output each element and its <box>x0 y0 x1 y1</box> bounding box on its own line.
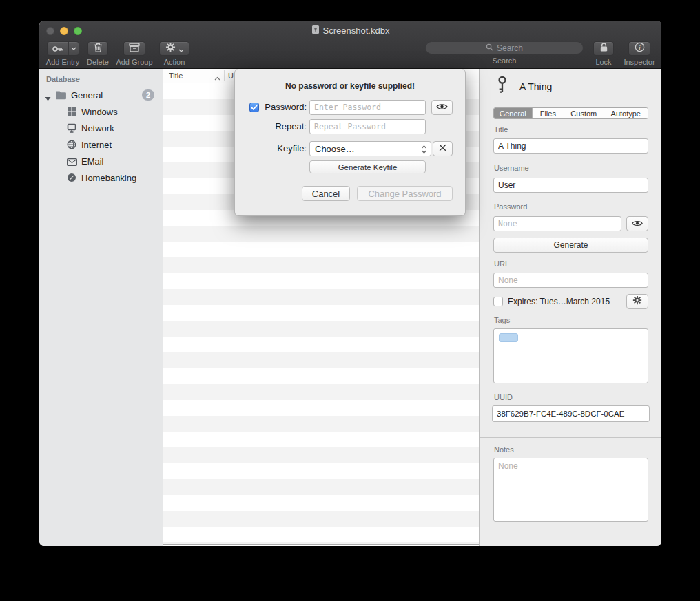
sidebar-header: Database <box>46 75 80 83</box>
sidebar-item-internet[interactable]: Internet <box>39 136 163 153</box>
toolbar-item-add-group: Add Group <box>114 41 154 66</box>
keyfile-dropdown[interactable]: Choose… <box>309 141 431 156</box>
eye-icon <box>436 101 448 114</box>
add-entry-dropdown-arrow[interactable] <box>69 42 79 55</box>
titlebar[interactable]: Screenshot.kdbx <box>39 21 661 41</box>
zoom-button[interactable] <box>74 27 82 35</box>
email-envelope-icon <box>67 158 77 168</box>
document-proxy-icon <box>311 25 320 36</box>
tab-general[interactable]: General <box>494 108 533 118</box>
tags-box[interactable] <box>493 328 648 383</box>
clear-keyfile-button[interactable] <box>433 141 453 156</box>
dialog-password-input[interactable] <box>309 100 426 115</box>
dialog-reveal-password-button[interactable] <box>431 100 453 115</box>
toolbar: Add Entry Delete <box>39 41 661 69</box>
expires-checkbox[interactable] <box>493 297 503 306</box>
expires-settings-button[interactable] <box>626 294 648 309</box>
search-input[interactable]: Search <box>425 41 584 54</box>
tag-chip[interactable] <box>499 333 518 342</box>
lock-button[interactable] <box>593 41 614 56</box>
change-password-button[interactable]: Change Password <box>357 186 453 201</box>
username-field-label: Username <box>494 164 529 172</box>
gear-icon <box>165 42 176 55</box>
sidebar-item-label: Homebanking <box>81 173 136 183</box>
generate-keyfile-button[interactable]: Generate Keyfile <box>309 160 426 173</box>
title-field[interactable] <box>493 138 648 154</box>
toolbar-item-action: Action <box>158 41 190 66</box>
add-entry-key-icon <box>48 42 69 55</box>
url-field[interactable] <box>493 273 648 288</box>
action-button[interactable] <box>159 41 189 56</box>
action-dropdown-arrow[interactable] <box>178 43 184 55</box>
action-label: Action <box>164 58 185 66</box>
group-box-icon <box>129 43 140 55</box>
network-icon <box>67 123 76 135</box>
toolbar-item-delete: Delete <box>85 41 110 66</box>
homebanking-coin-icon <box>67 173 76 184</box>
url-field-label: URL <box>494 260 509 268</box>
title-field-label: Title <box>494 125 508 134</box>
entry-title: A Thing <box>519 81 552 92</box>
sort-ascending-icon[interactable] <box>214 74 220 82</box>
delete-label: Delete <box>87 58 109 66</box>
key-icon <box>495 76 510 97</box>
sidebar-item-label: EMail <box>81 156 104 167</box>
change-password-dialog: No password or keyfile supplied! Passwor… <box>234 69 466 216</box>
password-field[interactable] <box>493 216 621 231</box>
stepper-arrows-icon <box>421 145 427 156</box>
dialog-password-label: Password: <box>235 100 307 115</box>
trash-icon <box>94 42 103 55</box>
tab-files[interactable]: Files <box>533 108 565 118</box>
reveal-password-button[interactable] <box>626 216 648 231</box>
toolbar-item-lock: Lock <box>591 41 616 66</box>
sidebar-item-label: Internet <box>81 140 112 150</box>
sidebar-group-label: General <box>71 90 103 101</box>
uuid-field[interactable] <box>492 405 650 422</box>
sidebar-item-network[interactable]: Network <box>39 120 163 136</box>
inspector-label: Inspector <box>624 58 655 66</box>
lock-label: Lock <box>595 58 611 66</box>
column-header-username[interactable]: U <box>228 72 234 80</box>
sidebar-item-email[interactable]: EMail <box>39 153 163 169</box>
disclosure-triangle-icon[interactable] <box>45 93 51 103</box>
dialog-repeat-label: Repeat: <box>235 119 307 134</box>
username-field[interactable] <box>493 178 648 193</box>
add-group-button[interactable] <box>123 41 145 56</box>
tab-custom[interactable]: Custom <box>564 108 604 118</box>
uuid-label: UUID <box>494 393 513 401</box>
close-button[interactable] <box>46 27 54 35</box>
tab-autotype[interactable]: Autotype <box>604 108 648 118</box>
dialog-repeat-input[interactable] <box>309 119 426 134</box>
toolbar-item-inspector: i Inspector <box>622 41 657 66</box>
password-field-label: Password <box>494 202 527 211</box>
notes-field[interactable] <box>493 458 648 522</box>
inspector-button[interactable]: i <box>628 41 650 56</box>
generate-password-button[interactable]: Generate <box>493 238 648 253</box>
minimize-button[interactable] <box>60 27 68 35</box>
sidebar-item-windows[interactable]: Windows <box>39 103 163 120</box>
gear-icon <box>632 295 642 308</box>
app-window: Screenshot.kdbx Add Entry <box>39 21 661 546</box>
sidebar-item-homebanking[interactable]: Homebanking <box>39 169 163 186</box>
add-entry-button[interactable] <box>47 41 79 56</box>
close-x-icon <box>438 143 447 155</box>
dialog-keyfile-label: Keyfile: <box>235 141 307 156</box>
internet-globe-icon <box>67 140 76 151</box>
toolbar-item-add-entry: Add Entry <box>45 41 80 66</box>
column-header-title[interactable]: Title <box>169 72 183 80</box>
inspector-tabs: General Files Custom Autotype <box>493 107 648 119</box>
sidebar-group-general[interactable]: General 2 <box>39 87 163 103</box>
sidebar: Database General 2 Windows <box>39 69 163 546</box>
search-icon <box>486 43 493 53</box>
delete-button[interactable] <box>88 41 108 56</box>
sidebar-item-label: Network <box>81 123 114 134</box>
search-label: Search <box>493 56 517 65</box>
dialog-message: No password or keyfile supplied! <box>235 81 465 91</box>
tags-label: Tags <box>494 316 510 324</box>
add-entry-label: Add Entry <box>46 58 79 66</box>
column-divider[interactable] <box>224 70 225 81</box>
window-title: Screenshot.kdbx <box>323 25 390 36</box>
cancel-button[interactable]: Cancel <box>302 186 350 201</box>
keyfile-dropdown-value: Choose… <box>315 144 355 154</box>
window-chrome: Screenshot.kdbx Add Entry <box>39 21 661 69</box>
